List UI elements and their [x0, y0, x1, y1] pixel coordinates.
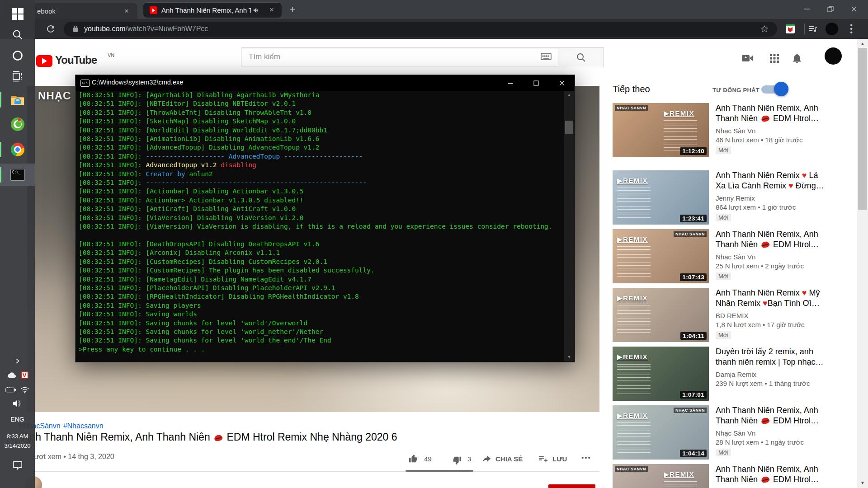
- suggested-video-channel[interactable]: Nhạc Sàn Vn: [716, 253, 828, 261]
- mcafee-extension-icon[interactable]: [786, 24, 795, 33]
- cmd-scroll-up-icon[interactable]: ▲: [564, 91, 574, 99]
- suggested-video-channel[interactable]: Nhạc Sàn Vn: [716, 429, 828, 437]
- video-thumbnail[interactable]: ▶REMIX 1:23:41: [613, 170, 709, 225]
- cmd-maximize-button[interactable]: [523, 75, 549, 91]
- new-tab-button[interactable]: +: [287, 4, 298, 16]
- new-badge: Mới: [716, 272, 731, 280]
- clock-date[interactable]: 3/14/2020: [0, 442, 35, 449]
- cortana-icon[interactable]: [0, 45, 35, 66]
- youtube-account-avatar[interactable]: [825, 47, 842, 65]
- scroll-down-icon[interactable]: ▼: [857, 479, 868, 487]
- cmd-close-button[interactable]: [549, 75, 575, 91]
- suggested-video-channel[interactable]: Damja Remix: [716, 371, 828, 378]
- reload-icon[interactable]: [45, 23, 56, 34]
- action-center-icon[interactable]: [0, 457, 35, 474]
- file-explorer-button[interactable]: [0, 89, 35, 110]
- suggested-video-title[interactable]: Anh Thanh Niên Remix, Anh Thanh Niên EDM…: [716, 405, 828, 426]
- antivirus-v-icon[interactable]: V: [21, 371, 28, 379]
- cmd-scroll-down-icon[interactable]: ▼: [564, 353, 574, 361]
- chrome-button[interactable]: [0, 139, 35, 160]
- lock-icon[interactable]: [72, 25, 79, 33]
- suggested-video-title[interactable]: Anh Thanh Niên Remix ♥ Mỹ Nhân Remix ♥Bạ…: [716, 288, 828, 309]
- suggested-video-title[interactable]: Anh Thanh Niên Remix, Anh Thanh Niên EDM…: [716, 103, 828, 124]
- video-thumbnail[interactable]: NHẠC SÀNVN ▶REMIX 1:07:43: [613, 229, 709, 283]
- thumbnail-remix-title: ▶REMIX: [664, 470, 704, 479]
- video-thumbnail[interactable]: NHẠC SÀNVN ▶REMIX 1:04:14: [613, 405, 709, 460]
- tab-audio-icon[interactable]: [253, 7, 259, 14]
- tab-youtube[interactable]: Anh Thanh Niên Remix, Anh T ✕: [143, 2, 282, 18]
- suggested-video-channel[interactable]: Jenny Remix: [716, 194, 828, 202]
- youtube-logo-icon[interactable]: [36, 55, 52, 67]
- create-video-icon[interactable]: [741, 52, 754, 65]
- page-scrollbar[interactable]: ▲ ▼: [857, 39, 868, 488]
- start-button[interactable]: [0, 4, 35, 24]
- clock-time[interactable]: 8:33 AM: [0, 433, 35, 440]
- suggested-video-item[interactable]: ▶REMIX 1:07:01 Duyên trời lấy 2 remix, a…: [613, 347, 828, 401]
- coccoc-browser-button[interactable]: [0, 114, 35, 135]
- scroll-up-icon[interactable]: ▲: [857, 40, 868, 48]
- suggested-video-title[interactable]: Anh Thanh Niên Remix ♥ Lá Xa Lìa Cành Re…: [716, 170, 828, 191]
- apps-grid-icon[interactable]: [768, 52, 781, 65]
- suggested-video-channel[interactable]: Nhạc Sàn Vn: [716, 127, 828, 135]
- autoplay-toggle-knob[interactable]: [774, 82, 788, 96]
- cmd-title-bar[interactable]: c:\ C:\Windows\system32\cmd.exe: [75, 75, 575, 91]
- volume-icon[interactable]: [0, 397, 35, 410]
- share-button[interactable]: CHIA SẺ: [495, 455, 523, 463]
- search-icon[interactable]: [0, 24, 35, 45]
- thumbnail-remix-title: ▶REMIX: [617, 412, 658, 420]
- save-icon[interactable]: [538, 454, 548, 464]
- cmd-output[interactable]: [08:32:51 INFO]: [AgarthaLib] Disabling …: [75, 91, 565, 361]
- url-bar[interactable]: youtube.com/watch?v=NuwFbhW7Pcc: [64, 22, 777, 37]
- suggested-video-item[interactable]: NHẠC SÀNVN ▶REMIX Anh Thanh Niên Remix, …: [613, 464, 828, 488]
- window-close-button[interactable]: [843, 0, 865, 18]
- suggested-video-item[interactable]: NHẠC SÀNVN ▶REMIX 1:04:14 Anh Thanh Niên…: [613, 405, 828, 460]
- keyboard-icon[interactable]: [541, 52, 552, 61]
- window-minimize-button[interactable]: [796, 0, 818, 18]
- suggested-video-item[interactable]: ▶REMIX 1:04:11 Anh Thanh Niên Remix ♥ Mỹ…: [613, 288, 828, 342]
- suggested-video-title[interactable]: Duyên trời lấy 2 remix, anh thanh niên r…: [716, 347, 828, 367]
- language-indicator[interactable]: ENG: [0, 416, 35, 423]
- scrollbar-thumb[interactable]: [858, 48, 867, 210]
- tray-expand-chevron[interactable]: [0, 353, 35, 369]
- video-thumbnail[interactable]: NHẠC SÀNVN ▶REMIX: [613, 464, 709, 488]
- dislike-icon[interactable]: [452, 455, 462, 465]
- save-button[interactable]: LƯU: [552, 455, 567, 463]
- cmd-window[interactable]: c:\ C:\Windows\system32\cmd.exe [08:32:5…: [75, 75, 575, 362]
- task-view-icon[interactable]: [0, 66, 35, 87]
- hashtag-link[interactable]: #Nhacsanvn: [63, 422, 104, 430]
- cmd-minimize-button[interactable]: [497, 75, 523, 91]
- share-icon[interactable]: [481, 454, 491, 464]
- browser-menu-kebab-icon[interactable]: •••: [849, 23, 854, 34]
- cmd-taskbar-button[interactable]: C:\_: [0, 164, 35, 186]
- video-thumbnail[interactable]: ▶REMIX 1:04:11: [613, 288, 709, 342]
- browser-profile-avatar[interactable]: [826, 23, 838, 35]
- browser-toolbar: youtube.com/watch?v=NuwFbhW7Pcc •••: [0, 19, 868, 39]
- cmd-scrollbar[interactable]: ▲ ▼: [564, 91, 574, 361]
- cmd-scrollbar-thumb[interactable]: [565, 121, 573, 134]
- search-button[interactable]: [558, 47, 604, 67]
- onedrive-icon[interactable]: [7, 372, 17, 379]
- suggested-video-item[interactable]: NHẠC SÀNVN ▶REMIX 1:12:40 Anh Thanh Niên…: [613, 103, 828, 157]
- like-icon[interactable]: [408, 454, 418, 464]
- tab-close-icon[interactable]: ✕: [268, 6, 275, 14]
- bookmark-star-icon[interactable]: [760, 25, 769, 33]
- subscribe-button[interactable]: [548, 484, 595, 488]
- battery-charging-icon[interactable]: [5, 386, 16, 393]
- window-restore-button[interactable]: [819, 0, 842, 18]
- more-actions-button[interactable]: •••: [581, 454, 591, 461]
- search-input[interactable]: [248, 49, 539, 65]
- youtube-logo-text[interactable]: YouTube: [55, 54, 97, 66]
- tab-close-icon[interactable]: ✕: [123, 8, 130, 15]
- notifications-bell-icon[interactable]: [790, 52, 804, 65]
- search-box[interactable]: [241, 47, 558, 66]
- suggested-video-title[interactable]: Anh Thanh Niên Remix, Anh Thanh Niên EDM…: [716, 464, 828, 485]
- video-thumbnail[interactable]: ▶REMIX 1:07:01: [613, 347, 709, 401]
- media-control-icon[interactable]: [808, 24, 818, 34]
- like-count: 49: [424, 455, 432, 463]
- suggested-video-item[interactable]: NHẠC SÀNVN ▶REMIX 1:07:43 Anh Thanh Niên…: [613, 229, 828, 283]
- suggested-video-channel[interactable]: BD REMIX: [716, 312, 828, 319]
- wifi-icon[interactable]: [20, 386, 29, 394]
- video-thumbnail[interactable]: NHẠC SÀNVN ▶REMIX 1:12:40: [613, 103, 709, 157]
- suggested-video-item[interactable]: ▶REMIX 1:23:41 Anh Thanh Niên Remix ♥ Lá…: [613, 170, 828, 225]
- suggested-video-title[interactable]: Anh Thanh Niên Remix, Anh Thanh Niên EDM…: [716, 229, 828, 250]
